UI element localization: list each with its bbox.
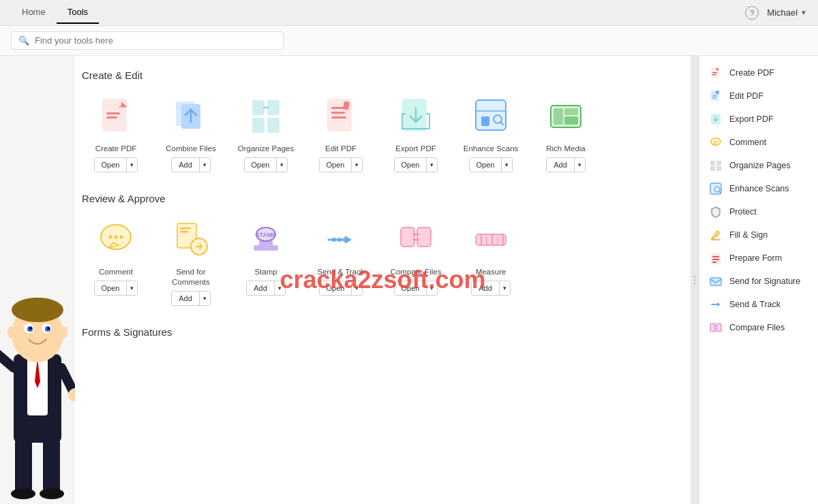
sidebar-protect-label: Protect — [729, 207, 757, 217]
sidebar-item-create-pdf[interactable]: Create PDF — [699, 61, 818, 84]
svg-point-89 — [715, 141, 716, 142]
sidebar-item-fill-sign[interactable]: Fill & Sign — [699, 223, 818, 247]
search-bar: 🔍 — [0, 26, 818, 56]
sidebar-item-prepare-form[interactable]: Prepare Form — [699, 247, 818, 270]
rich-media-arrow-btn[interactable]: ▾ — [575, 158, 585, 172]
edit-pdf-open-btn[interactable]: Open — [320, 158, 352, 172]
organize-pages-btn-group[interactable]: Open ▾ — [244, 157, 288, 172]
sidebar-item-enhance-scans[interactable]: Enhance Scans — [699, 177, 818, 200]
tool-stamp: STAMP Stamp Add ▾ — [232, 217, 300, 306]
organize-pages-sidebar-icon — [709, 159, 723, 172]
tool-compare-files: Compare Files Open ▾ — [382, 217, 450, 306]
tool-edit-pdf: Edit PDF Open ▾ — [307, 93, 375, 172]
sidebar-item-send-track[interactable]: Send & Track — [699, 293, 818, 316]
right-sidebar: Create PDF Edit PDF Export PDF Comment O… — [699, 56, 818, 504]
send-comments-add-btn[interactable]: Add — [172, 292, 200, 305]
send-track-open-btn[interactable]: Open — [320, 281, 352, 295]
tool-enhance-scans-label: Enhance Scans — [464, 144, 519, 154]
svg-point-67 — [332, 238, 336, 242]
rich-media-btn-group[interactable]: Add ▾ — [546, 157, 586, 172]
tab-tools[interactable]: Tools — [57, 1, 99, 24]
send-comments-btn-group[interactable]: Add ▾ — [171, 291, 211, 306]
export-pdf-icon — [393, 93, 439, 140]
combine-files-arrow-btn[interactable]: ▾ — [200, 158, 210, 172]
enhance-scans-open-btn[interactable]: Open — [470, 158, 502, 172]
create-pdf-btn-group[interactable]: Open ▾ — [94, 157, 138, 172]
stamp-add-btn[interactable]: Add — [247, 281, 275, 295]
search-input[interactable] — [35, 35, 239, 46]
svg-rect-39 — [402, 99, 427, 131]
combine-files-add-btn[interactable]: Add — [172, 158, 200, 172]
svg-rect-37 — [331, 116, 346, 119]
sidebar-item-send-signature[interactable]: Send for Signature — [699, 270, 818, 293]
svg-rect-17 — [15, 439, 32, 494]
enhance-scans-btn-group[interactable]: Open ▾ — [469, 157, 513, 172]
svg-rect-106 — [710, 324, 715, 332]
search-icon: 🔍 — [18, 35, 29, 46]
svg-rect-47 — [564, 108, 578, 115]
rich-media-icon — [543, 93, 589, 140]
main-layout: cracka2zsoft.com Create & Edit Create PD… — [0, 56, 818, 504]
comment-open-btn[interactable]: Open — [95, 281, 127, 295]
sidebar-item-export-pdf[interactable]: Export PDF — [699, 108, 818, 131]
sidebar-item-protect[interactable]: Protect — [699, 200, 818, 223]
edit-pdf-btn-group[interactable]: Open ▾ — [319, 157, 363, 172]
compare-files-btn-group[interactable]: Open ▾ — [394, 281, 438, 296]
comment-btn-group[interactable]: Open ▾ — [94, 281, 138, 296]
svg-rect-31 — [267, 100, 279, 115]
create-pdf-sidebar-icon — [709, 66, 723, 80]
sidebar-enhance-scans-label: Enhance Scans — [729, 184, 789, 193]
comment-arrow-btn[interactable]: ▾ — [127, 281, 137, 295]
svg-rect-82 — [716, 91, 720, 95]
tab-home[interactable]: Home — [11, 1, 57, 24]
edit-pdf-arrow-btn[interactable]: ▾ — [352, 158, 362, 172]
enhance-scans-arrow-btn[interactable]: ▾ — [502, 158, 512, 172]
sidebar-item-compare-files[interactable]: Compare Files — [699, 316, 818, 339]
compare-files-arrow-btn[interactable]: ▾ — [427, 281, 437, 295]
sidebar-item-comment[interactable]: Comment — [699, 131, 818, 154]
sidebar-fill-sign-label: Fill & Sign — [729, 230, 768, 240]
export-pdf-open-btn[interactable]: Open — [395, 158, 427, 172]
measure-icon — [468, 217, 514, 263]
create-pdf-arrow-btn[interactable]: ▾ — [127, 158, 137, 172]
measure-add-btn[interactable]: Add — [472, 281, 500, 295]
rich-media-add-btn[interactable]: Add — [547, 158, 575, 172]
user-menu[interactable]: Michael ▼ — [767, 7, 807, 18]
stamp-btn-group[interactable]: Add ▾ — [246, 281, 286, 296]
measure-btn-group[interactable]: Add ▾ — [471, 281, 511, 296]
export-pdf-arrow-btn[interactable]: ▾ — [427, 158, 437, 172]
help-button[interactable]: ? — [745, 6, 759, 20]
organize-pages-open-btn[interactable]: Open — [245, 158, 277, 172]
tool-compare-files-label: Compare Files — [391, 267, 442, 277]
measure-arrow-btn[interactable]: ▾ — [500, 281, 510, 295]
svg-rect-32 — [252, 118, 264, 133]
compare-files-open-btn[interactable]: Open — [395, 281, 427, 295]
organize-pages-arrow-btn[interactable]: ▾ — [277, 158, 287, 172]
svg-rect-91 — [710, 161, 715, 166]
export-pdf-sidebar-icon — [709, 112, 723, 126]
sidebar-item-edit-pdf[interactable]: Edit PDF — [699, 84, 818, 108]
tool-combine-files-label: Combine Files — [166, 144, 216, 154]
sidebar-item-organize-pages[interactable]: Organize Pages — [699, 154, 818, 177]
section-title-create-edit: Create & Edit — [82, 69, 677, 81]
send-track-arrow-btn[interactable]: ▾ — [352, 281, 362, 295]
stamp-arrow-btn[interactable]: ▾ — [275, 281, 285, 295]
sidebar-splitter[interactable]: • • • — [691, 56, 699, 504]
export-pdf-btn-group[interactable]: Open ▾ — [394, 157, 438, 172]
combine-files-btn-group[interactable]: Add ▾ — [171, 157, 211, 172]
send-comments-arrow-btn[interactable]: ▾ — [200, 292, 210, 305]
send-track-btn-group[interactable]: Open ▾ — [319, 281, 363, 296]
stamp-icon: STAMP — [243, 217, 289, 263]
tool-organize-pages: Organize Pages Open ▾ — [232, 93, 300, 172]
tool-stamp-label: Stamp — [254, 267, 277, 277]
enhance-scans-sidebar-icon — [709, 182, 723, 195]
create-pdf-open-btn[interactable]: Open — [95, 158, 127, 172]
section-forms-signatures: Forms & Signatures — [82, 326, 677, 338]
svg-point-90 — [717, 141, 718, 142]
svg-point-53 — [120, 235, 123, 238]
svg-text:STAMP: STAMP — [256, 232, 277, 238]
tool-measure: Measure Add ▾ — [457, 217, 525, 306]
content-area: cracka2zsoft.com Create & Edit Create PD… — [75, 56, 691, 504]
tool-organize-pages-label: Organize Pages — [238, 144, 294, 154]
tool-enhance-scans: Enhance Scans Open ▾ — [457, 93, 525, 172]
